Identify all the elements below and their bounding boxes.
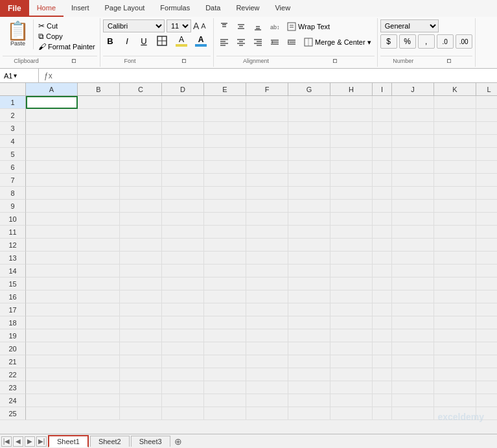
row-num-20[interactable]: 20	[0, 342, 26, 355]
cell-L8[interactable]	[476, 187, 497, 200]
cell-L22[interactable]	[476, 368, 497, 381]
cell-F9[interactable]	[246, 200, 288, 213]
cell-I14[interactable]	[373, 265, 392, 277]
cell-K13[interactable]	[434, 252, 476, 265]
cut-button[interactable]: ✂ Cut	[36, 21, 97, 31]
col-header-g[interactable]: G	[288, 83, 330, 95]
cell-G1[interactable]	[288, 96, 330, 109]
row-num-1[interactable]: 1	[0, 96, 26, 109]
cell-K18[interactable]	[434, 316, 476, 329]
cell-E4[interactable]	[204, 135, 246, 148]
cell-K8[interactable]	[434, 187, 476, 200]
cell-J9[interactable]	[392, 200, 434, 213]
add-sheet-button[interactable]: ⊕	[172, 436, 185, 447]
cell-K11[interactable]	[434, 226, 476, 239]
cell-E15[interactable]	[204, 277, 246, 290]
italic-button[interactable]: I	[120, 34, 134, 48]
cell-A17[interactable]	[26, 303, 78, 316]
row-num-25[interactable]: 25	[0, 407, 26, 420]
cell-F4[interactable]	[246, 135, 288, 148]
cell-L2[interactable]	[476, 109, 497, 122]
cell-D16[interactable]	[162, 290, 204, 303]
cell-C7[interactable]	[120, 174, 162, 187]
cell-C2[interactable]	[120, 109, 162, 122]
cell-J23[interactable]	[392, 381, 434, 394]
cell-L24[interactable]	[476, 394, 497, 407]
cell-H13[interactable]	[330, 252, 373, 265]
cell-L15[interactable]	[476, 277, 497, 290]
cell-J12[interactable]	[392, 239, 434, 252]
cell-B22[interactable]	[78, 368, 120, 381]
cell-H4[interactable]	[330, 135, 373, 148]
cell-A3[interactable]	[26, 122, 78, 135]
cell-A19[interactable]	[26, 329, 78, 342]
cell-E5[interactable]	[204, 148, 246, 161]
cell-E22[interactable]	[204, 368, 246, 381]
cell-E21[interactable]	[204, 355, 246, 368]
cell-E6[interactable]	[204, 161, 246, 174]
cell-A15[interactable]	[26, 277, 78, 290]
align-bottom-button[interactable]	[250, 19, 266, 34]
cell-K5[interactable]	[434, 148, 476, 161]
cell-A11[interactable]	[26, 226, 78, 239]
cell-B6[interactable]	[78, 161, 120, 174]
cell-A2[interactable]	[26, 109, 78, 122]
cell-J24[interactable]	[392, 394, 434, 407]
cell-C3[interactable]	[120, 122, 162, 135]
cell-C15[interactable]	[120, 277, 162, 290]
cell-F24[interactable]	[246, 394, 288, 407]
cell-F10[interactable]	[246, 213, 288, 226]
cell-C24[interactable]	[120, 394, 162, 407]
cell-B20[interactable]	[78, 342, 120, 355]
cell-I19[interactable]	[373, 329, 392, 342]
cell-C19[interactable]	[120, 329, 162, 342]
cell-F17[interactable]	[246, 303, 288, 316]
cell-F19[interactable]	[246, 329, 288, 342]
row-num-2[interactable]: 2	[0, 109, 26, 122]
sheet-tab-sheet3[interactable]: Sheet3	[131, 436, 170, 447]
cell-B4[interactable]	[78, 135, 120, 148]
cell-L21[interactable]	[476, 355, 497, 368]
row-num-21[interactable]: 21	[0, 355, 26, 368]
cell-D25[interactable]	[162, 407, 204, 420]
row-num-9[interactable]: 9	[0, 200, 26, 213]
increase-indent-button[interactable]	[284, 35, 299, 49]
cell-H22[interactable]	[330, 368, 373, 381]
cell-L18[interactable]	[476, 316, 497, 329]
decrease-indent-button[interactable]	[267, 35, 283, 49]
cell-K12[interactable]	[434, 239, 476, 252]
cell-F6[interactable]	[246, 161, 288, 174]
cell-K7[interactable]	[434, 174, 476, 187]
align-middle-button[interactable]	[233, 19, 249, 34]
cell-F11[interactable]	[246, 226, 288, 239]
cell-E11[interactable]	[204, 226, 246, 239]
cell-D21[interactable]	[162, 355, 204, 368]
align-right-button[interactable]	[250, 35, 266, 49]
cell-L7[interactable]	[476, 174, 497, 187]
cell-E19[interactable]	[204, 329, 246, 342]
formula-input[interactable]	[58, 72, 497, 80]
cell-G24[interactable]	[288, 394, 330, 407]
align-top-button[interactable]	[216, 19, 232, 34]
cell-J21[interactable]	[392, 355, 434, 368]
cell-L23[interactable]	[476, 381, 497, 394]
cell-G15[interactable]	[288, 277, 330, 290]
cell-I18[interactable]	[373, 316, 392, 329]
col-header-c[interactable]: C	[120, 83, 162, 95]
cell-J1[interactable]	[392, 96, 434, 109]
col-header-e[interactable]: E	[204, 83, 246, 95]
cell-C8[interactable]	[120, 187, 162, 200]
row-num-6[interactable]: 6	[0, 161, 26, 174]
cell-B5[interactable]	[78, 148, 120, 161]
first-sheet-button[interactable]: |◀	[1, 436, 12, 447]
cell-G8[interactable]	[288, 187, 330, 200]
cell-E14[interactable]	[204, 265, 246, 277]
row-num-17[interactable]: 17	[0, 303, 26, 316]
cell-F15[interactable]	[246, 277, 288, 290]
cell-I4[interactable]	[373, 135, 392, 148]
cell-L19[interactable]	[476, 329, 497, 342]
cell-B7[interactable]	[78, 174, 120, 187]
cell-L4[interactable]	[476, 135, 497, 148]
cell-L16[interactable]	[476, 290, 497, 303]
cell-F13[interactable]	[246, 252, 288, 265]
